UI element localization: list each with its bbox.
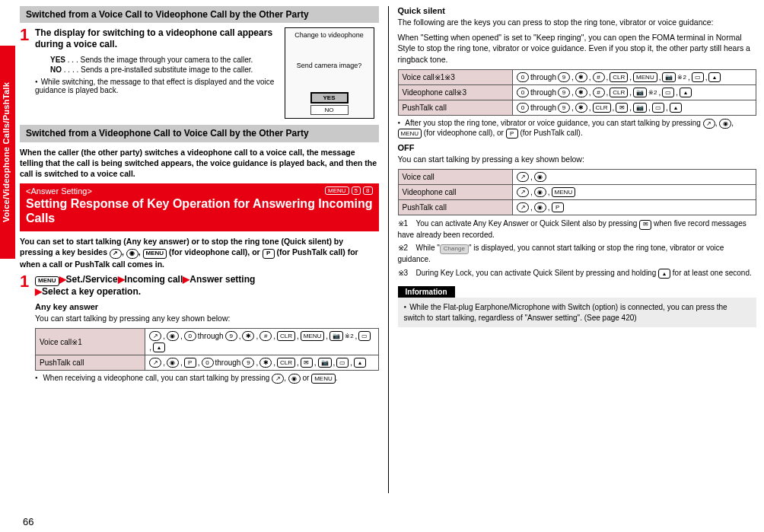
- answer-setting-heading: MENU 5 8 <Answer Setting> Setting Respon…: [20, 183, 379, 231]
- up-key-icon: ▴: [670, 103, 682, 113]
- call-key-icon: ↗: [149, 358, 161, 368]
- call-key-icon: ↗: [517, 172, 529, 182]
- camera-key-icon: 📷: [329, 331, 343, 341]
- clr-key-icon: CLR: [610, 88, 628, 97]
- page-body: Switched from a Voice Call to Videophone…: [0, 0, 764, 499]
- phone-screenshot: Change to videophone Send camera image? …: [285, 27, 374, 119]
- step-number: 1: [20, 27, 30, 122]
- after-a: After you stop the ring tone, vibrator o…: [405, 119, 702, 127]
- left-column: Switched from a Voice Call to Videophone…: [20, 6, 379, 493]
- yes-desc: Sends the image through your camera to t…: [80, 56, 253, 64]
- clr-key-icon: CLR: [277, 358, 295, 368]
- through-text: through: [198, 332, 224, 340]
- cell-keys: ↗, ◉: [513, 169, 756, 184]
- page-number: 66: [23, 516, 33, 527]
- hash-key-icon: #: [259, 331, 272, 341]
- note-label: ※2: [398, 243, 416, 253]
- cell-voice-call: Voice call※1: [36, 329, 145, 355]
- star-key-icon: ✱: [575, 88, 587, 97]
- camera-key-icon: 📷: [662, 72, 676, 82]
- change-chip: Change: [440, 244, 469, 254]
- no-label: NO: [50, 65, 62, 74]
- answer-setting-paragraph: You can set to start talking (Any key an…: [20, 236, 379, 269]
- quick-silent-p1: The following are the keys you can press…: [398, 17, 757, 27]
- mail-key-icon: ✉: [301, 358, 313, 368]
- note-marker: ※2: [345, 333, 353, 339]
- cell-videophone: Videophone call: [398, 184, 513, 199]
- nav-select-op: Select a key operation.: [42, 286, 141, 297]
- center-key-icon: ◉: [126, 249, 138, 259]
- call-key-icon: ↗: [517, 202, 529, 212]
- note-label: ※3: [398, 268, 416, 279]
- menu-key-icon: MENU: [143, 249, 167, 259]
- camera-key-icon: 📷: [318, 358, 332, 368]
- note-b: or: [301, 374, 311, 382]
- side-key-icon: ▭: [336, 358, 349, 368]
- through-text: through: [530, 88, 556, 97]
- digit-8-icon: 8: [363, 186, 372, 195]
- cell-keys: 0 through 9, ✱, #, CLR, MENU, 📷※2, ▭, ▴: [513, 69, 756, 84]
- star-key-icon: ✱: [259, 358, 272, 368]
- nine-key-icon: 9: [225, 331, 237, 341]
- up-key-icon: ▴: [658, 269, 670, 279]
- any-key-description: You can start talking by pressing any ke…: [35, 313, 379, 323]
- answer-setting-label: <Answer Setting>: [26, 186, 373, 196]
- center-key-icon: ◉: [167, 331, 179, 341]
- nine-key-icon: 9: [242, 358, 254, 368]
- mail-key-icon: ✉: [639, 220, 651, 230]
- cell-pushtalk: PushTalk call: [398, 199, 513, 215]
- off-heading: OFF: [398, 143, 757, 152]
- through-text: through: [530, 104, 556, 112]
- zero-key-icon: 0: [517, 103, 529, 113]
- chevron-icon: ▶: [59, 274, 66, 285]
- any-key-table: Voice call※1 ↗, ◉, 0 through 9, ✱, #, CL…: [35, 328, 379, 371]
- column-divider: [388, 6, 389, 493]
- star-key-icon: ✱: [575, 72, 587, 82]
- nav-incoming-call: Incoming call: [125, 274, 183, 285]
- screenshot-text-1: Change to videophone: [288, 31, 371, 39]
- quick-silent-heading: Quick silent: [398, 6, 757, 15]
- table-row: Voice call ↗, ◉: [398, 169, 756, 184]
- up-key-icon: ▴: [708, 72, 721, 82]
- information-bullet: While the Flat-plug Earphone/Microphone …: [404, 302, 751, 323]
- note2-a: While ": [416, 244, 440, 252]
- hash-key-icon: #: [593, 88, 605, 97]
- information-block: Information While the Flat-plug Earphone…: [398, 286, 757, 327]
- note-marker: ※2: [648, 89, 657, 96]
- zero-key-icon: 0: [202, 358, 214, 368]
- center-key-icon: ◉: [167, 358, 179, 368]
- camera-key-icon: 📷: [633, 88, 647, 97]
- heading-voice-to-videophone: Switched from a Voice Call to Videophone…: [20, 6, 379, 23]
- cell-pushtalk: PushTalk call: [398, 100, 513, 115]
- menu-key-icon: MENU: [633, 72, 657, 82]
- chevron-icon: ▶: [183, 274, 189, 285]
- nine-key-icon: 9: [558, 72, 570, 82]
- no-desc: Sends a pre-installed substitute image t…: [81, 65, 253, 74]
- menu-indicator: MENU 5 8: [325, 186, 372, 195]
- through-text: through: [215, 358, 241, 367]
- table-row: Videophone call ↗, ◉, MENU: [398, 184, 756, 199]
- step-1: 1 Change to videophone Send camera image…: [20, 27, 379, 122]
- footnote-2: ※2While "Change" is displayed, you canno…: [398, 243, 757, 264]
- center-key-icon: ◉: [719, 119, 731, 129]
- pushtalk-key-icon: P: [506, 129, 518, 139]
- videophone-keys-note: When receiving a videophone call, you ca…: [35, 374, 379, 384]
- side-key-icon: ▭: [692, 72, 704, 82]
- quick-silent-table: Voice call※1※3 0 through 9, ✱, #, CLR, M…: [398, 69, 757, 116]
- table-row: Voice call※1※3 0 through 9, ✱, #, CLR, M…: [398, 69, 756, 84]
- screenshot-yes: YES: [310, 92, 349, 104]
- menu-key-icon: MENU: [35, 276, 59, 286]
- menu-key-icon: MENU: [301, 331, 325, 341]
- right-column: Quick silent The following are the keys …: [398, 6, 757, 493]
- up-key-icon: ▴: [680, 88, 692, 97]
- side-key-icon: ▭: [652, 103, 664, 113]
- any-key-block: Any key answer You can start talking by …: [35, 302, 379, 384]
- digit-5-icon: 5: [352, 186, 361, 195]
- yes-dots: . . .: [68, 56, 78, 64]
- center-key-icon: ◉: [534, 172, 546, 182]
- through-text: through: [530, 73, 556, 81]
- information-body: While the Flat-plug Earphone/Microphone …: [398, 298, 757, 327]
- step-menu-text: MENU▶Set./Service▶Incoming call▶Answer s…: [35, 274, 379, 298]
- off-description: You can start talking by pressing a key …: [398, 154, 757, 164]
- menu-key-icon: MENU: [311, 374, 336, 384]
